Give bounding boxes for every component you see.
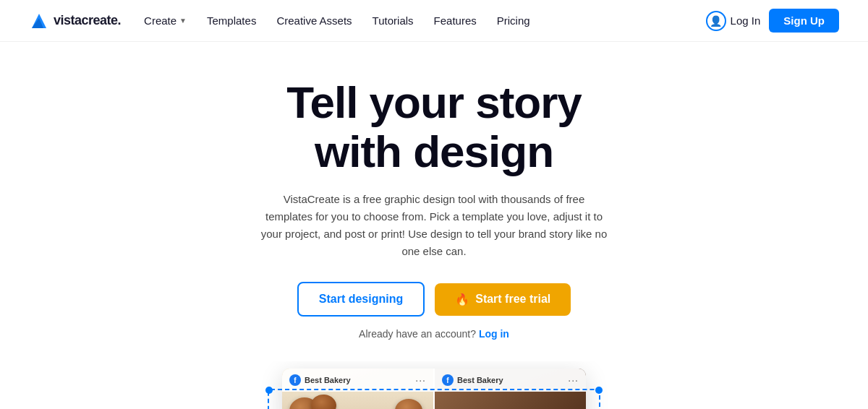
food-item-2 <box>310 394 337 409</box>
logo[interactable]: vistacreate. <box>29 11 121 31</box>
navbar-left: vistacreate. Create ▼ Templates Creative… <box>29 11 530 31</box>
navbar-right: 👤 Log In Sign Up <box>706 9 839 33</box>
logo-text: vistacreate. <box>54 13 121 28</box>
nav-creative-assets[interactable]: Creative Assets <box>276 14 352 27</box>
hero-buttons: Start designing 🔥 Start free trial <box>297 282 571 317</box>
nav-templates[interactable]: Templates <box>207 14 256 27</box>
card-right-bg <box>435 392 586 409</box>
hero-section: Tell your story with design VistaCreate … <box>0 42 868 361</box>
hero-description: VistaCreate is a free graphic design too… <box>260 191 608 260</box>
hero-title: Tell your story with design <box>286 78 582 176</box>
card-left-header: f Best Bakery ··· <box>282 369 433 392</box>
user-icon: 👤 <box>706 11 726 31</box>
facebook-icon-right: f <box>442 374 454 386</box>
already-account-text: Already have an account? Log in <box>359 328 509 340</box>
nav-pricing[interactable]: Pricing <box>497 14 530 27</box>
navbar: vistacreate. Create ▼ Templates Creative… <box>0 0 868 42</box>
hero-login-link[interactable]: Log in <box>479 328 509 340</box>
card-left-title: Best Bakery <box>305 376 351 384</box>
start-free-trial-button[interactable]: 🔥 Start free trial <box>435 283 571 316</box>
card-right-image-area: ⬡ <box>435 392 586 409</box>
card-left-food-area: ⬡ 👍 <box>282 392 433 409</box>
card-right-title: Best Bakery <box>457 376 503 384</box>
cards-wrapper: f Best Bakery ··· ⬡ 👍 <box>282 369 586 409</box>
handle-top-left <box>265 387 273 394</box>
login-button[interactable]: 👤 Log In <box>706 11 761 31</box>
card-left-platform: f Best Bakery <box>289 374 351 386</box>
nav-tutorials[interactable]: Tutorials <box>373 14 414 27</box>
card-right: f Best Bakery ··· <box>435 369 586 409</box>
signup-button[interactable]: Sign Up <box>769 9 839 33</box>
card-right-platform: f Best Bakery <box>442 374 503 386</box>
mockup-container: f Best Bakery ··· ⬡ 👍 <box>0 361 868 409</box>
food-item-3 <box>395 399 422 409</box>
fire-icon: 🔥 <box>455 293 469 306</box>
nav-create[interactable]: Create ▼ <box>144 14 187 27</box>
nav-features[interactable]: Features <box>434 14 477 27</box>
mockup-frame: f Best Bakery ··· ⬡ 👍 <box>268 369 600 409</box>
start-designing-button[interactable]: Start designing <box>297 282 425 317</box>
logo-icon <box>29 11 49 31</box>
card-left: f Best Bakery ··· ⬡ 👍 <box>282 369 433 409</box>
card-right-menu-dots[interactable]: ··· <box>568 374 579 386</box>
handle-top-right <box>595 387 603 394</box>
chevron-icon: ▼ <box>179 17 187 25</box>
card-right-header: f Best Bakery ··· <box>435 369 586 392</box>
facebook-icon: f <box>289 374 301 386</box>
card-left-menu-dots[interactable]: ··· <box>415 374 426 386</box>
nav-links: Create ▼ Templates Creative Assets Tutor… <box>144 14 530 27</box>
